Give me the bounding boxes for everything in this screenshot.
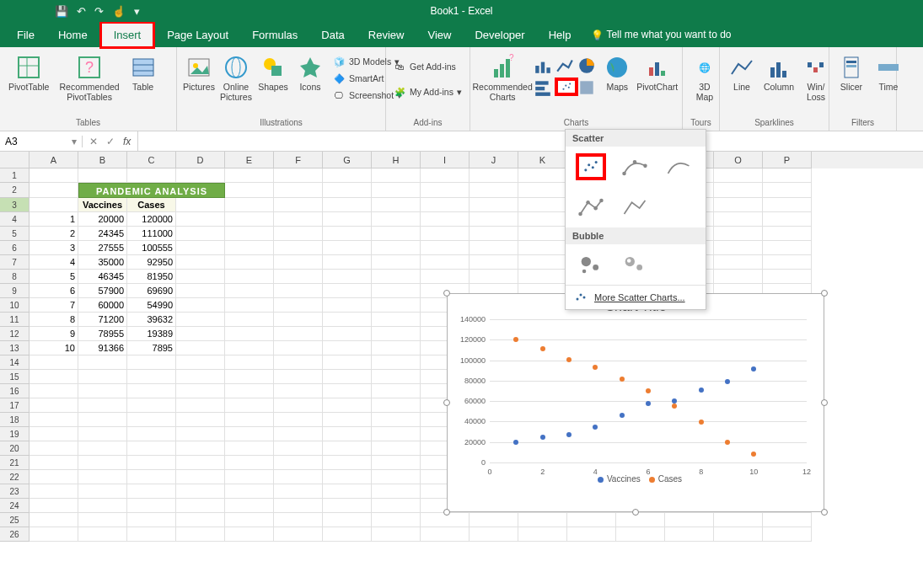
cell[interactable] <box>225 227 274 241</box>
more-scatter-charts-button[interactable]: More Scatter Charts... <box>566 285 706 309</box>
cell[interactable] <box>225 456 274 470</box>
cell[interactable] <box>372 227 421 241</box>
tab-review[interactable]: Review <box>357 24 416 46</box>
column-header[interactable]: I <box>421 152 470 168</box>
column-header[interactable]: C <box>127 152 176 168</box>
cell[interactable] <box>763 212 812 227</box>
data-point[interactable] <box>646 388 651 393</box>
cell[interactable] <box>763 168 812 183</box>
sparkline-winloss-button[interactable]: Win/ Loss <box>799 52 833 104</box>
data-point[interactable] <box>699 388 704 393</box>
cell[interactable]: 9 <box>30 327 78 341</box>
cell[interactable] <box>372 384 421 398</box>
cell[interactable] <box>225 198 274 212</box>
tell-me-search[interactable]: 💡 Tell me what you want to do <box>591 29 731 40</box>
sparkline-column-button[interactable]: Column <box>762 52 796 94</box>
cell[interactable] <box>421 168 470 183</box>
data-point[interactable] <box>725 440 730 445</box>
cell[interactable]: 60000 <box>78 298 127 313</box>
pictures-button[interactable]: Pictures <box>182 52 216 94</box>
resize-handle[interactable] <box>443 509 450 516</box>
cell[interactable] <box>714 227 763 241</box>
cell[interactable] <box>274 427 323 441</box>
cell[interactable] <box>518 513 567 527</box>
cell[interactable] <box>176 355 225 370</box>
cancel-formula-icon[interactable]: ✕ <box>89 136 98 147</box>
cell[interactable]: 92950 <box>127 255 176 270</box>
cell[interactable] <box>274 198 323 212</box>
cell[interactable]: 100555 <box>127 241 176 255</box>
cell[interactable] <box>763 198 812 212</box>
banner-cell[interactable]: PANDEMIC ANALYSIS <box>78 183 225 198</box>
cell[interactable] <box>518 183 567 198</box>
row-header[interactable]: 19 <box>0 427 30 441</box>
cell[interactable] <box>176 484 225 499</box>
surface-chart-btn[interactable] <box>577 78 597 98</box>
cell[interactable] <box>225 168 274 183</box>
data-point[interactable] <box>672 404 677 409</box>
scatter-straight-markers-option[interactable] <box>576 194 606 221</box>
cell[interactable] <box>274 398 323 413</box>
cell[interactable] <box>372 398 421 413</box>
cell[interactable] <box>30 441 78 456</box>
cell[interactable] <box>127 456 176 470</box>
cell[interactable] <box>176 241 225 255</box>
cell[interactable] <box>274 527 323 542</box>
data-point[interactable] <box>620 413 625 418</box>
cell[interactable] <box>323 241 372 255</box>
cell[interactable] <box>372 327 421 341</box>
cell[interactable] <box>225 470 274 484</box>
cell[interactable] <box>274 327 323 341</box>
cell[interactable]: 2 <box>30 227 78 241</box>
embedded-chart[interactable]: Chart Title 0200004000060000800001000001… <box>447 293 824 512</box>
cell[interactable]: 69690 <box>127 284 176 298</box>
row-header[interactable]: 16 <box>0 384 30 398</box>
data-point[interactable] <box>566 432 572 437</box>
cell[interactable] <box>78 413 127 427</box>
cell[interactable] <box>225 384 274 398</box>
accept-formula-icon[interactable]: ✓ <box>106 136 115 147</box>
cell[interactable] <box>78 456 127 470</box>
cell[interactable]: 39632 <box>127 313 176 327</box>
cell[interactable] <box>274 313 323 327</box>
cell[interactable] <box>225 255 274 270</box>
cell[interactable] <box>274 384 323 398</box>
cell[interactable]: 71200 <box>78 313 127 327</box>
cell[interactable] <box>225 513 274 527</box>
cell[interactable] <box>274 284 323 298</box>
cell[interactable] <box>127 484 176 499</box>
cell[interactable]: 1 <box>30 212 78 227</box>
cell[interactable] <box>323 227 372 241</box>
cell[interactable] <box>274 355 323 370</box>
pivot-chart-button[interactable]: PivotChart <box>637 52 677 94</box>
row-header[interactable]: 23 <box>0 484 30 499</box>
cell[interactable] <box>127 441 176 456</box>
column-header[interactable]: E <box>225 152 274 168</box>
cell[interactable] <box>176 313 225 327</box>
cell[interactable] <box>470 168 518 183</box>
cell[interactable] <box>323 255 372 270</box>
cell[interactable] <box>274 270 323 284</box>
cell[interactable] <box>714 270 763 284</box>
save-icon[interactable]: 💾 <box>55 5 68 18</box>
cell[interactable] <box>323 370 372 384</box>
cell[interactable]: 19389 <box>127 327 176 341</box>
row-header[interactable]: 15 <box>0 370 30 384</box>
cell[interactable] <box>763 527 812 542</box>
cell[interactable]: 7 <box>30 298 78 313</box>
select-all-corner[interactable] <box>0 152 30 168</box>
cell[interactable] <box>372 470 421 484</box>
cell[interactable] <box>518 527 567 542</box>
cell[interactable] <box>78 527 127 542</box>
cell[interactable] <box>323 284 372 298</box>
bubble-option[interactable] <box>576 251 606 278</box>
cell[interactable] <box>372 241 421 255</box>
cell[interactable] <box>421 183 470 198</box>
icons-button[interactable]: Icons <box>293 52 327 94</box>
cell[interactable]: 5 <box>30 270 78 284</box>
cell[interactable] <box>225 270 274 284</box>
tab-view[interactable]: View <box>416 24 463 46</box>
cell[interactable] <box>225 355 274 370</box>
cell[interactable] <box>323 270 372 284</box>
online-pictures-button[interactable]: Online Pictures <box>219 52 253 104</box>
